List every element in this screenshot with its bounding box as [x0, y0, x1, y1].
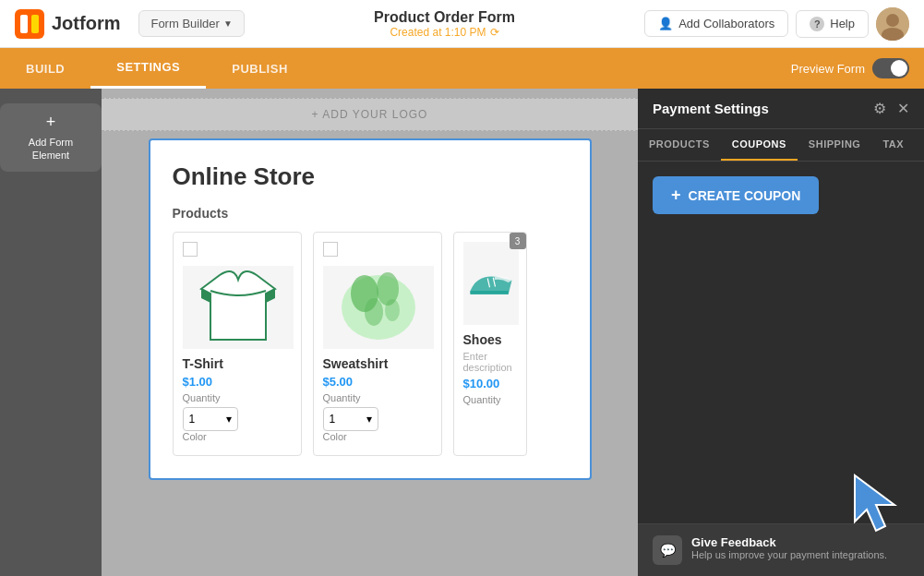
- payment-settings-panel: Payment Settings ⚙ ✕ PRODUCTS COUPONS SH…: [638, 89, 924, 576]
- store-title: Online Store: [173, 162, 568, 191]
- tab-products[interactable]: PRODUCTS: [638, 129, 721, 161]
- product-checkbox-sweatshirt[interactable]: [323, 242, 338, 257]
- form-title-area: Product Order Form Created at 1:10 PM ⟳: [256, 9, 633, 39]
- left-sidebar: + Add Form Element: [0, 89, 102, 576]
- add-logo-bar[interactable]: + ADD YOUR LOGO: [102, 98, 638, 131]
- tab-settings[interactable]: SETTINGS: [90, 48, 206, 89]
- form-title: Product Order Form: [256, 9, 633, 26]
- sweatshirt-image: [323, 266, 434, 349]
- panel-tabs: PRODUCTS COUPONS SHIPPING TAX INVOICE: [638, 129, 924, 162]
- tshirt-svg: [183, 266, 294, 349]
- chevron-down-icon: ▼: [223, 18, 233, 29]
- tshirt-qty-select[interactable]: 1 ▾: [183, 407, 238, 431]
- feedback-subtitle: Help us improve your payment integration…: [691, 549, 887, 560]
- panel-header: Payment Settings ⚙ ✕: [638, 89, 924, 129]
- preview-area: Preview Form: [776, 48, 924, 89]
- shoes-desc: Enter description: [463, 351, 517, 373]
- preview-form-label: Preview Form: [791, 62, 865, 76]
- form-canvas: + ADD YOUR LOGO Online Store Products: [102, 89, 638, 576]
- sync-icon: ⟳: [490, 26, 499, 39]
- sweatshirt-qty-select[interactable]: 1 ▾: [323, 407, 378, 431]
- shoe-svg: [463, 263, 519, 305]
- tab-coupons[interactable]: COUPONS: [721, 129, 798, 161]
- svg-rect-1: [20, 15, 28, 33]
- tab-invoice[interactable]: INVOICE: [915, 129, 924, 161]
- create-coupon-plus-icon: +: [671, 186, 681, 205]
- products-label: Products: [173, 206, 568, 221]
- tab-publish[interactable]: PUBLISH: [206, 48, 314, 89]
- product-card-tshirt: T-Shirt $1.00 Quantity 1 ▾ Color: [173, 232, 302, 456]
- form-builder-label: Form Builder: [150, 17, 219, 30]
- tshirt-price: $1.00: [183, 375, 292, 389]
- tshirt-qty-label: Quantity: [183, 392, 292, 403]
- add-element-label: Add Form Element: [13, 136, 89, 162]
- sweatshirt-color-label: Color: [323, 431, 432, 442]
- tab-shipping[interactable]: SHIPPING: [798, 129, 872, 161]
- shoes-image: [463, 242, 519, 325]
- create-coupon-button[interactable]: + CREATE COUPON: [653, 176, 819, 214]
- tshirt-name: T-Shirt: [183, 356, 292, 371]
- feedback-title: Give Feedback: [691, 535, 887, 549]
- select-chevron-icon2: ▾: [366, 413, 372, 426]
- feedback-text: Give Feedback Help us improve your payme…: [691, 535, 887, 560]
- nav-tabs-bar: BUILD SETTINGS PUBLISH Preview Form: [0, 48, 924, 89]
- select-chevron-icon: ▾: [226, 413, 232, 426]
- form-builder-button[interactable]: Form Builder ▼: [138, 10, 244, 37]
- main-area: + Add Form Element + ADD YOUR LOGO Onlin…: [0, 89, 924, 576]
- tshirt-color-label: Color: [183, 431, 292, 442]
- shoes-qty-label: Quantity: [463, 394, 517, 405]
- svg-point-9: [365, 298, 383, 326]
- shoes-price: $10.00: [463, 377, 517, 390]
- user-icon: 👤: [658, 17, 673, 30]
- question-icon: ?: [810, 17, 824, 31]
- create-coupon-label: CREATE COUPON: [689, 188, 801, 203]
- svg-marker-11: [855, 475, 894, 531]
- svg-point-10: [385, 299, 400, 321]
- product-card-sweatshirt: Sweatshirt $5.00 Quantity 1 ▾ Color: [313, 232, 442, 456]
- close-icon[interactable]: ✕: [897, 100, 909, 117]
- svg-point-4: [886, 14, 899, 27]
- tab-build[interactable]: BUILD: [0, 48, 90, 89]
- chat-bubble-icon: 💬: [653, 535, 682, 565]
- shoes-badge: 3: [510, 233, 526, 249]
- avatar[interactable]: [876, 7, 909, 41]
- right-actions: 👤 Add Collaborators ? Help: [644, 7, 909, 41]
- logo-area: Jotform: [15, 9, 120, 39]
- sweatshirt-price: $5.00: [323, 375, 432, 389]
- shoes-name: Shoes: [463, 332, 517, 347]
- jotform-logo-icon: [15, 9, 44, 39]
- give-feedback-section: 💬 Give Feedback Help us improve your pay…: [638, 523, 924, 576]
- svg-rect-0: [15, 9, 44, 39]
- preview-toggle[interactable]: [872, 58, 909, 78]
- form-white-area: Online Store Products: [149, 138, 592, 480]
- product-card-shoes: 3 Shoes Enter description: [453, 232, 527, 456]
- sweatshirt-qty-label: Quantity: [323, 392, 432, 403]
- logo-text: Jotform: [52, 13, 120, 34]
- svg-rect-2: [31, 15, 39, 33]
- top-navbar: Jotform Form Builder ▼ Product Order For…: [0, 0, 924, 48]
- avatar-image: [876, 7, 909, 41]
- sweatshirt-svg: [323, 266, 434, 349]
- sweatshirt-name: Sweatshirt: [323, 356, 432, 371]
- form-subtitle: Created at 1:10 PM ⟳: [256, 26, 633, 39]
- gear-icon[interactable]: ⚙: [873, 100, 886, 117]
- help-button[interactable]: ? Help: [796, 10, 869, 38]
- tab-tax[interactable]: TAX: [871, 129, 915, 161]
- products-grid: T-Shirt $1.00 Quantity 1 ▾ Color: [173, 232, 568, 456]
- products-section: Products: [173, 206, 568, 456]
- product-checkbox-tshirt[interactable]: [183, 242, 198, 257]
- panel-body: + CREATE COUPON: [638, 162, 924, 523]
- panel-title: Payment Settings: [653, 101, 769, 116]
- add-form-element-button[interactable]: + Add Form Element: [0, 103, 102, 172]
- plus-icon: +: [46, 113, 56, 132]
- add-logo-text: + ADD YOUR LOGO: [312, 108, 428, 121]
- tshirt-image: [183, 266, 294, 349]
- panel-header-icons: ⚙ ✕: [873, 100, 909, 117]
- add-collaborators-button[interactable]: 👤 Add Collaborators: [644, 10, 788, 37]
